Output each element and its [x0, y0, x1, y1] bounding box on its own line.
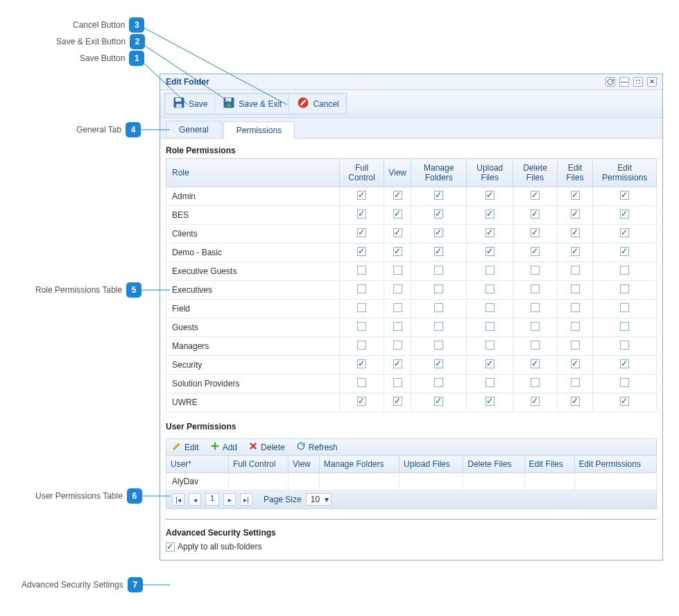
permission-checkbox[interactable] [434, 341, 443, 350]
col-view[interactable]: View [384, 159, 411, 187]
permission-checkbox[interactable] [357, 397, 366, 406]
permission-checkbox[interactable] [393, 284, 402, 293]
col-manage-folders[interactable]: Manage Folders [411, 159, 467, 187]
pager-next[interactable]: ▸ [223, 493, 236, 506]
permission-checkbox[interactable] [571, 378, 580, 387]
permission-checkbox[interactable] [393, 303, 402, 312]
permission-checkbox[interactable] [434, 191, 443, 200]
permission-checkbox[interactable] [485, 284, 495, 293]
permission-checkbox[interactable] [434, 303, 443, 312]
permission-checkbox[interactable] [485, 359, 495, 368]
permission-checkbox[interactable] [571, 209, 580, 219]
close-button[interactable]: ✕ [647, 77, 657, 87]
permission-checkbox[interactable] [620, 191, 629, 200]
tab-general[interactable]: General [166, 121, 222, 138]
permission-checkbox[interactable] [357, 228, 366, 237]
permission-checkbox[interactable] [571, 228, 580, 237]
permission-checkbox[interactable] [620, 378, 629, 387]
col-role[interactable]: Role [166, 159, 340, 187]
permission-checkbox[interactable] [393, 378, 402, 387]
permission-checkbox[interactable] [531, 228, 540, 237]
col-edit-files[interactable]: Edit Files [557, 159, 593, 187]
permission-checkbox[interactable] [434, 378, 443, 387]
cancel-button[interactable]: Cancel [289, 94, 345, 114]
tab-permissions[interactable]: Permissions [223, 121, 295, 139]
permission-checkbox[interactable] [393, 341, 402, 350]
refresh-icon[interactable] [605, 77, 615, 87]
col-full-control[interactable]: Full Control [340, 159, 384, 187]
permission-checkbox[interactable] [357, 341, 366, 350]
permission-checkbox[interactable] [620, 397, 629, 406]
permission-checkbox[interactable] [357, 191, 366, 200]
pager-prev[interactable]: ◂ [189, 493, 201, 506]
permission-checkbox[interactable] [393, 266, 402, 275]
col-edit-permissions[interactable]: Edit Permissions [593, 159, 657, 187]
permission-checkbox[interactable] [620, 209, 629, 219]
permission-checkbox[interactable] [531, 341, 540, 350]
permission-checkbox[interactable] [571, 397, 580, 406]
minimize-button[interactable]: — [619, 77, 629, 87]
permission-checkbox[interactable] [531, 359, 540, 368]
permission-checkbox[interactable] [531, 247, 540, 256]
permission-checkbox[interactable] [571, 266, 580, 275]
permission-checkbox[interactable] [531, 209, 540, 219]
permission-checkbox[interactable] [434, 209, 443, 219]
permission-checkbox[interactable] [571, 341, 580, 350]
ucol-delete-files[interactable]: Delete Files [463, 456, 524, 473]
permission-checkbox[interactable] [357, 359, 366, 368]
permission-checkbox[interactable] [434, 228, 443, 237]
permission-checkbox[interactable] [434, 322, 443, 331]
permission-checkbox[interactable] [620, 247, 629, 256]
permission-checkbox[interactable] [620, 341, 629, 350]
permission-checkbox[interactable] [571, 247, 580, 256]
permission-checkbox[interactable] [531, 378, 540, 387]
permission-checkbox[interactable] [620, 322, 629, 331]
save-exit-button[interactable]: Save & Exit [215, 94, 289, 114]
page-size-select[interactable]: 10 [306, 493, 332, 506]
permission-checkbox[interactable] [620, 228, 629, 237]
permission-checkbox[interactable] [620, 284, 629, 293]
permission-checkbox[interactable] [357, 303, 366, 312]
col-delete-files[interactable]: Delete Files [513, 159, 558, 187]
ucol-view[interactable]: View [288, 456, 319, 473]
permission-checkbox[interactable] [485, 191, 495, 200]
permission-checkbox[interactable] [531, 191, 540, 200]
permission-checkbox[interactable] [357, 284, 366, 293]
permission-checkbox[interactable] [393, 359, 402, 368]
permission-checkbox[interactable] [571, 322, 580, 331]
permission-checkbox[interactable] [393, 209, 402, 219]
pager-page[interactable]: 1 [205, 493, 219, 506]
permission-checkbox[interactable] [620, 359, 629, 368]
permission-checkbox[interactable] [357, 322, 366, 331]
permission-checkbox[interactable] [485, 322, 495, 331]
ucol-user[interactable]: User* [166, 456, 229, 473]
permission-checkbox[interactable] [434, 266, 443, 275]
permission-checkbox[interactable] [434, 284, 443, 293]
permission-checkbox[interactable] [571, 191, 580, 200]
permission-checkbox[interactable] [485, 378, 495, 387]
save-button[interactable]: Save [165, 94, 215, 114]
permission-checkbox[interactable] [357, 247, 366, 256]
permission-checkbox[interactable] [434, 247, 443, 256]
permission-checkbox[interactable] [357, 209, 366, 219]
permission-checkbox[interactable] [357, 378, 366, 387]
ucol-full-control[interactable]: Full Control [229, 456, 289, 473]
permission-checkbox[interactable] [485, 397, 495, 406]
maximize-button[interactable]: □ [633, 77, 643, 87]
permission-checkbox[interactable] [620, 303, 629, 312]
pager-first[interactable]: |◂ [172, 493, 184, 506]
ucol-edit-permissions[interactable]: Edit Permissions [574, 456, 656, 473]
permission-checkbox[interactable] [393, 247, 402, 256]
ucol-upload-files[interactable]: Upload Files [399, 456, 463, 473]
edit-button[interactable]: Edit [172, 441, 199, 453]
permission-checkbox[interactable] [531, 266, 540, 275]
permission-checkbox[interactable] [434, 397, 443, 406]
permission-checkbox[interactable] [485, 209, 495, 219]
refresh-button[interactable]: Refresh [296, 441, 338, 453]
ucol-manage-folders[interactable]: Manage Folders [319, 456, 399, 473]
permission-checkbox[interactable] [571, 303, 580, 312]
permission-checkbox[interactable] [485, 303, 495, 312]
delete-button[interactable]: Delete [248, 441, 285, 453]
col-upload-files[interactable]: Upload Files [467, 159, 513, 187]
pager-last[interactable]: ▸| [240, 493, 252, 506]
